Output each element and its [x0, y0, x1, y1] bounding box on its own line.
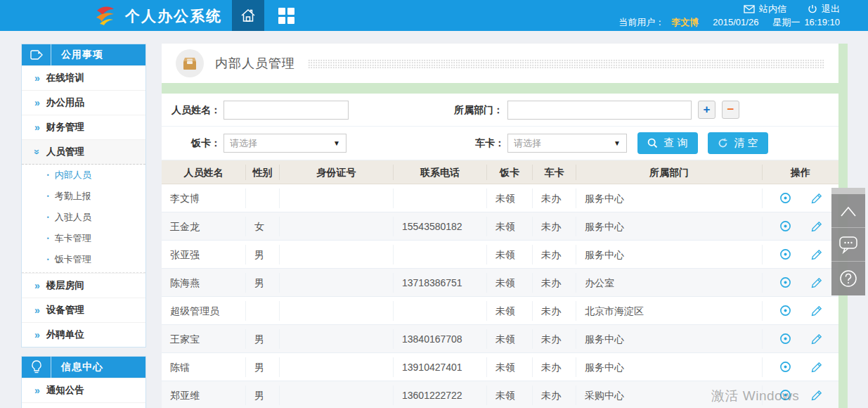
cell-idcard: [280, 217, 394, 236]
sidebar-subitem-car-card[interactable]: ▪ 车卡管理: [22, 228, 145, 249]
sidebar-item-finance[interactable]: » 财务管理: [22, 115, 145, 139]
col-header-dept[interactable]: 所属部门: [576, 165, 763, 180]
view-icon[interactable]: [779, 192, 791, 204]
sidebar-subitem-attendance[interactable]: ▪ 考勤上报: [22, 186, 145, 207]
col-header-car-card[interactable]: 车卡: [533, 165, 576, 180]
col-header-name[interactable]: 人员姓名: [162, 165, 246, 180]
edit-icon[interactable]: [811, 333, 822, 345]
edit-icon[interactable]: [811, 362, 822, 373]
cell-idcard: [280, 273, 394, 293]
sidebar-item-office-supplies[interactable]: » 办公用品: [22, 90, 145, 115]
dept-input[interactable]: [507, 101, 692, 120]
cell-dept: 服务中心: [576, 329, 763, 349]
cell-car-card: 未办: [533, 301, 576, 321]
cell-name: 超级管理员: [162, 301, 246, 321]
cell-gender: 男: [246, 357, 280, 377]
col-header-gender[interactable]: 性别: [246, 165, 280, 180]
meal-card-select[interactable]: 请选择 ▼: [224, 134, 346, 153]
sidebar-item-label: 楼层房间: [46, 279, 84, 292]
sidebar-subitem-label: 内部人员: [55, 169, 91, 181]
sidebar-item-floors-rooms[interactable]: » 楼层房间: [22, 273, 145, 298]
sidebar-group-info-header[interactable]: 信息中心: [22, 357, 145, 378]
cell-meal-card: 未领: [487, 245, 533, 264]
sidebar-item-equipment[interactable]: » 设备管理: [22, 298, 145, 322]
app-title: 个人办公系统: [125, 6, 222, 26]
query-button[interactable]: 查 询: [637, 132, 698, 154]
chevron-down-icon: »: [32, 149, 42, 155]
bulb-icon: [31, 360, 42, 374]
view-icon[interactable]: [779, 248, 791, 260]
cell-idcard: [280, 245, 394, 264]
refresh-icon: [718, 138, 728, 148]
cell-name: 王家宝: [162, 329, 246, 349]
sidebar-item-online-training[interactable]: » 在线培训: [22, 65, 145, 90]
help-button[interactable]: [831, 262, 865, 295]
site-mail-link[interactable]: 站内信: [759, 3, 786, 15]
view-icon[interactable]: [779, 361, 791, 373]
sidebar-subitem-resident-staff[interactable]: ▪ 入驻人员: [22, 207, 145, 228]
view-icon[interactable]: [779, 305, 791, 317]
cell-name: 陈海燕: [162, 273, 246, 293]
edit-icon[interactable]: [811, 305, 822, 317]
table-row: 陈海燕 男 13718386751 未领 未办 办公室: [162, 269, 838, 297]
cell-car-card: 未办: [533, 385, 576, 405]
edit-icon[interactable]: [811, 277, 822, 288]
name-input[interactable]: [224, 101, 349, 120]
cell-gender: 女: [246, 217, 280, 236]
col-header-meal-card[interactable]: 饭卡: [487, 165, 533, 180]
cell-meal-card: 未领: [487, 301, 533, 321]
home-button[interactable]: [232, 0, 264, 31]
remove-button[interactable]: −: [722, 101, 739, 119]
clear-button[interactable]: 清 空: [708, 132, 768, 154]
search-panel: 人员姓名： 所属部门： + − 饭卡： 请选择 ▼ 车卡： 请选择 ▼: [162, 94, 838, 160]
green-gap: [162, 83, 848, 94]
sidebar-item-notices[interactable]: » 通知公告: [22, 378, 145, 402]
edit-icon[interactable]: [811, 193, 822, 204]
sidebar-subitem-internal-staff[interactable]: ▪ 内部人员: [22, 165, 145, 186]
cell-meal-card: 未领: [487, 217, 533, 236]
col-header-phone[interactable]: 联系电话: [394, 165, 487, 180]
mail-icon: [744, 5, 755, 13]
view-icon[interactable]: [779, 333, 791, 345]
view-icon[interactable]: [779, 276, 791, 288]
car-card-select[interactable]: 请选择 ▼: [507, 134, 627, 153]
sidebar-item-label: 外聘单位: [46, 329, 84, 341]
chevron-up-icon: [838, 204, 858, 218]
logout-link[interactable]: 退出: [822, 3, 840, 15]
cell-dept: 北京市海淀区: [576, 301, 763, 321]
back-to-top-button[interactable]: [831, 194, 865, 228]
feedback-button[interactable]: [831, 228, 865, 262]
table-row: 王金龙 女 15543580182 未领 未办 服务中心: [162, 212, 838, 241]
add-button[interactable]: +: [698, 101, 715, 119]
sidebar-subitem-meal-card[interactable]: ▪ 饭卡管理: [22, 249, 145, 273]
tag-icon: [30, 49, 44, 61]
cell-car-card: 未办: [533, 357, 576, 377]
cell-car-card: 未办: [533, 273, 576, 293]
chevron-right-icon: »: [34, 281, 40, 291]
main-content: 内部人员管理 人员姓名： 所属部门： + − 饭卡： 请选择 ▼ 车卡：: [162, 44, 848, 408]
sidebar-item-policies[interactable]: » 政策法规: [22, 402, 145, 408]
sidebar-item-personnel[interactable]: » 人员管理: [22, 139, 145, 165]
search-icon: [647, 138, 658, 148]
cell-idcard: [280, 329, 394, 349]
archive-box-icon: [181, 56, 198, 71]
cell-name: 郑亚维: [162, 385, 246, 405]
col-header-idcard[interactable]: 身份证号: [280, 165, 394, 180]
sidebar-item-label: 办公用品: [46, 96, 84, 109]
table-header-row: 人员姓名 性别 身份证号 联系电话 饭卡 车卡 所属部门 操作: [162, 160, 838, 184]
edit-icon[interactable]: [811, 221, 822, 232]
sidebar-subitem-label: 车卡管理: [55, 232, 91, 245]
col-header-actions[interactable]: 操作: [763, 165, 838, 180]
edit-icon[interactable]: [811, 390, 822, 401]
sidebar: 公用事项 » 在线培训 » 办公用品 » 财务管理 » 人员管理 ▪ 内部人员 …: [21, 44, 146, 408]
bullet-icon: ▪: [47, 193, 49, 199]
cell-gender: 男: [246, 245, 280, 264]
sidebar-item-external-units[interactable]: » 外聘单位: [22, 322, 145, 347]
apps-grid-icon[interactable]: [278, 8, 294, 24]
sidebar-group-public-header[interactable]: 公用事项: [22, 44, 145, 65]
cell-gender: 男: [246, 329, 280, 349]
car-card-label: 车卡：: [446, 137, 505, 150]
edit-icon[interactable]: [811, 249, 822, 260]
view-icon[interactable]: [779, 220, 791, 232]
cell-name: 王金龙: [162, 217, 246, 236]
